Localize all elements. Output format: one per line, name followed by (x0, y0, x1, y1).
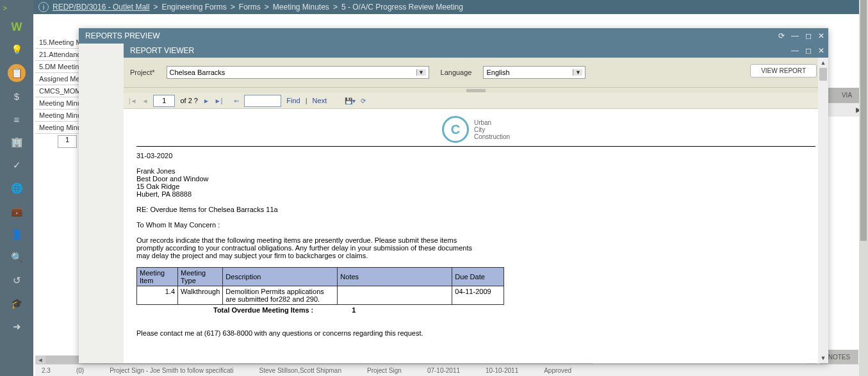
find-input[interactable] (244, 95, 281, 107)
company-logo-icon: C (442, 116, 469, 143)
view-report-button[interactable]: VIEW REPORT (750, 64, 817, 78)
breadcrumb: i REDP/BD/3016 - Outlet Mall > Engineeri… (33, 0, 868, 14)
viewer-titlebar: REPORT VIEWER — ◻ ✕ (124, 44, 828, 58)
th-desc: Description (223, 268, 338, 286)
cell-count: (0) (76, 367, 84, 374)
bars-icon[interactable]: ≡ (8, 110, 26, 128)
contact-street: 15 Oak Ridge (136, 183, 815, 190)
expand-rail-icon[interactable]: > (0, 4, 7, 13)
contact-company: Best Door and Window (136, 175, 815, 183)
prev-page-icon[interactable]: ◄ (142, 97, 149, 104)
chevron-down-icon: ▼ (573, 69, 582, 76)
th-due: Due Date (452, 268, 504, 286)
project-label: Project* (130, 69, 155, 76)
project-select[interactable]: Chelsea Barracks ▼ (167, 66, 429, 79)
cell-desc: Project Sign - Joe Smith to follow speci… (110, 367, 233, 374)
clipboard-icon[interactable]: 📋 (8, 64, 26, 82)
params-splitter[interactable] (124, 88, 828, 93)
viewer-title-label: REPORT VIEWER (130, 46, 194, 55)
project-value: Chelsea Barracks (170, 69, 225, 76)
th-notes: Notes (338, 268, 452, 286)
next-page-icon[interactable]: ► (203, 97, 209, 104)
company-name: Urban City Construction (474, 119, 510, 140)
th-item: Meeting Item (137, 268, 178, 286)
cell-id: 2.3 (42, 367, 51, 374)
preview-titlebar: REPORTS PREVIEW ⟳ — ◻ ✕ (79, 28, 828, 44)
scroll-up-icon[interactable]: ▲ (818, 58, 828, 68)
language-select[interactable]: English ▼ (483, 66, 585, 79)
breadcrumb-seg-0[interactable]: Engineering Forms (161, 3, 226, 12)
table-row: 1.4 Walkthrough Demolition Permits appli… (137, 286, 504, 305)
report-toolbar: |◄ ◄ of 2 ? ► ►| ⇐ Find | Next 💾▾ ⟳ (124, 93, 828, 109)
globe-icon[interactable]: 🌐 (8, 179, 26, 197)
breadcrumb-project[interactable]: REDP/BD/3016 - Outlet Mall (53, 3, 149, 12)
logout-icon[interactable]: ➜ (8, 318, 26, 336)
cell-names: Steve Stillson,Scott Shipman (259, 367, 341, 374)
chevron-down-icon: ▼ (416, 69, 426, 76)
breadcrumb-seg-3[interactable]: 5 - O/A/C Progress Review Meeting (341, 3, 463, 12)
total-label: Total Overdue Meeting Items : (213, 306, 313, 314)
back-icon[interactable]: ⇐ (234, 97, 239, 104)
maximize-icon[interactable]: ◻ (805, 31, 812, 40)
breadcrumb-seg-1[interactable]: Forms (239, 3, 261, 12)
overdue-table: Meeting Item Meeting Type Description No… (136, 267, 504, 305)
closing-line: Please contact me at (617) 638-8000 with… (136, 329, 815, 337)
of-pages-label: of 2 ? (180, 97, 198, 104)
scroll-down-icon[interactable]: ▼ (818, 353, 828, 363)
left-rail: > W 💡 📋 $ ≡ 🏢 ✓ 🌐 💼 👤 🔍 ↺ 🎓 ➜ (0, 0, 33, 376)
first-page-icon[interactable]: |◄ (129, 97, 137, 104)
user-icon[interactable]: 👤 (8, 225, 26, 243)
contact-name: Frank Jones (136, 167, 815, 175)
re-line: RE: Overdue Items for Chelsea Barracks 1… (136, 206, 815, 213)
last-page-icon[interactable]: ►| (215, 97, 223, 104)
report-date: 31-03-2020 (136, 152, 815, 159)
history-icon[interactable]: ↺ (8, 272, 26, 290)
refresh-report-icon[interactable]: ⟳ (361, 97, 366, 104)
close-icon[interactable]: ✕ (818, 31, 824, 40)
language-label: Language (441, 69, 472, 76)
scroll-left-icon[interactable]: ◄ (35, 356, 45, 364)
search-icon[interactable]: 🔍 (8, 249, 26, 266)
briefcase-icon[interactable]: 💼 (8, 202, 26, 220)
cell-date1: 07-10-2011 (427, 367, 460, 374)
contact-city: Hubert, PA 88888 (136, 190, 815, 198)
report-area: C Urban City Construction 31-03-2020 Fra… (124, 109, 828, 363)
preview-title-label: REPORTS PREVIEW (85, 31, 160, 40)
cell-date2: 10-10-2011 (486, 367, 518, 374)
viewer-close-icon[interactable]: ✕ (818, 46, 824, 55)
th-type: Meeting Type (178, 268, 223, 286)
bg-page-input[interactable]: 1 (58, 135, 77, 148)
viewer-maximize-icon[interactable]: ◻ (805, 46, 812, 55)
params-bar: Project* Chelsea Barracks ▼ Language Eng… (124, 58, 828, 88)
cell-status: Approved (544, 367, 571, 374)
body-paragraph: Our records indicate that the following … (136, 236, 476, 259)
preview-vscroll[interactable]: ▲ ▼ (818, 58, 828, 363)
dollar-icon[interactable]: $ (8, 87, 26, 105)
reports-preview-window: REPORTS PREVIEW ⟳ — ◻ ✕ REPORT VIEWER — … (79, 28, 828, 363)
total-value: 1 (352, 306, 356, 314)
info-icon[interactable]: i (38, 2, 49, 12)
next-find-link[interactable]: Next (313, 97, 327, 104)
export-icon[interactable]: 💾▾ (345, 97, 356, 104)
app-logo-icon[interactable]: W (8, 18, 26, 36)
bulb-icon[interactable]: 💡 (8, 41, 26, 59)
bg-bottom-row: 2.3 (0) Project Sign - Joe Smith to foll… (35, 364, 866, 376)
refresh-icon[interactable]: ⟳ (778, 31, 785, 40)
grad-icon[interactable]: 🎓 (8, 295, 26, 313)
find-link[interactable]: Find (286, 97, 300, 104)
language-value: English (486, 69, 509, 76)
check-icon[interactable]: ✓ (8, 156, 26, 174)
building-icon[interactable]: 🏢 (8, 133, 26, 151)
viewer-minimize-icon[interactable]: — (791, 46, 799, 55)
page-vscroll[interactable] (859, 0, 868, 376)
breadcrumb-seg-2[interactable]: Meeting Minutes (273, 3, 329, 12)
minimize-icon[interactable]: — (791, 31, 799, 40)
page-input[interactable] (153, 95, 175, 107)
cell-type: Project Sign (367, 367, 402, 374)
salutation: To Whom It May Concern : (136, 221, 815, 229)
